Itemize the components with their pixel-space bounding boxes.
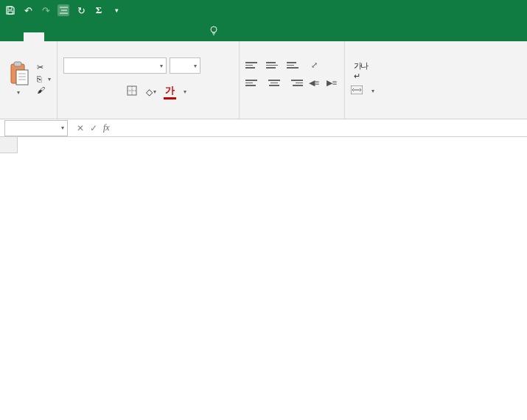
bucket-icon: ◇: [146, 87, 153, 97]
clipboard-group: ▾ ✂ ⎘▾ 🖌: [0, 41, 57, 119]
autosum-icon[interactable]: Σ: [93, 4, 105, 16]
copy-button[interactable]: ⎘▾: [37, 74, 51, 83]
lightbulb-icon: [209, 26, 218, 38]
tab-view[interactable]: [147, 32, 168, 41]
svg-rect-0: [8, 7, 12, 10]
font-group: ▾ ▾ ◇▾ 가▾: [57, 41, 240, 119]
svg-rect-10: [16, 70, 28, 85]
alignment-group: ⤢ ◀≡ ▶≡ .: [240, 41, 345, 119]
formula-bar-row: ▾ ✕ ✓ fx: [0, 119, 527, 137]
cancel-formula-icon[interactable]: ✕: [77, 123, 84, 133]
save-icon[interactable]: [4, 4, 16, 16]
scissors-icon: ✂: [37, 63, 43, 72]
chevron-down-icon: ▾: [17, 89, 20, 96]
merge-icon: [351, 85, 363, 97]
cut-button[interactable]: ✂: [37, 63, 51, 72]
align-middle-button[interactable]: [266, 59, 282, 72]
align-center-button[interactable]: [266, 77, 282, 90]
tab-insert[interactable]: [44, 32, 65, 41]
tab-formulas[interactable]: [85, 32, 106, 41]
fill-color-button[interactable]: ◇▾: [146, 87, 156, 97]
brush-icon: 🖌: [37, 85, 45, 94]
merge-center-button[interactable]: ▾: [351, 85, 374, 97]
font-group-label: [63, 113, 233, 116]
format-painter-button[interactable]: 🖌: [37, 85, 51, 94]
title-bar: ↶ ↷ ↻ Σ ▾: [0, 0, 527, 21]
merge-group-label: [351, 113, 374, 116]
center-align-qat-icon[interactable]: [57, 4, 69, 16]
quick-access-toolbar: ↶ ↷ ↻ Σ ▾: [4, 4, 122, 16]
align-right-button[interactable]: [287, 77, 303, 90]
increase-indent-button[interactable]: ▶≡: [325, 77, 338, 90]
shrink-font-button[interactable]: [220, 59, 233, 72]
select-all-corner[interactable]: [0, 137, 18, 153]
clipboard-group-label: [6, 113, 51, 116]
tell-me-search[interactable]: [203, 23, 228, 41]
tab-home[interactable]: [24, 32, 44, 41]
tab-file[interactable]: [3, 32, 24, 41]
orientation-button[interactable]: ⤢: [307, 59, 321, 72]
phonetic-guide-button[interactable]: [194, 85, 207, 99]
tab-data[interactable]: [106, 32, 127, 41]
paste-button[interactable]: ▾: [6, 60, 31, 97]
wrap-icon: 가나↵: [354, 60, 367, 81]
spreadsheet-grid: [0, 137, 527, 153]
tab-help[interactable]: [168, 32, 189, 41]
name-box[interactable]: ▾: [4, 120, 68, 136]
touch-mode-icon[interactable]: ↻: [75, 4, 87, 16]
qat-customize-icon[interactable]: ▾: [111, 4, 122, 16]
svg-point-5: [211, 27, 217, 32]
undo-icon[interactable]: ↶: [22, 4, 34, 16]
font-name-select[interactable]: ▾: [63, 57, 167, 74]
fx-icon[interactable]: fx: [103, 122, 110, 133]
paste-icon: [7, 61, 29, 86]
align-left-button[interactable]: [245, 77, 262, 90]
grow-font-button[interactable]: [203, 59, 217, 72]
ribbon: ▾ ✂ ⎘▾ 🖌 ▾ ▾ ◇▾ 가▾: [0, 41, 527, 119]
wrap-text-button[interactable]: 가나↵: [354, 60, 371, 81]
font-color-button[interactable]: 가: [164, 84, 176, 99]
enter-formula-icon[interactable]: ✓: [90, 123, 97, 133]
tab-page-layout[interactable]: [65, 32, 85, 41]
redo-icon[interactable]: ↷: [40, 4, 52, 16]
svg-rect-9: [14, 62, 21, 66]
align-top-button[interactable]: [245, 59, 262, 72]
copy-icon: ⎘: [37, 74, 42, 83]
ribbon-tabs: [0, 21, 527, 41]
font-size-select[interactable]: ▾: [170, 57, 200, 74]
border-button[interactable]: [125, 85, 139, 98]
align-bottom-button[interactable]: [287, 59, 303, 72]
merge-group: 가나↵ ▾: [345, 41, 380, 119]
tab-review[interactable]: [127, 32, 147, 41]
decrease-indent-button[interactable]: ◀≡: [307, 77, 321, 90]
